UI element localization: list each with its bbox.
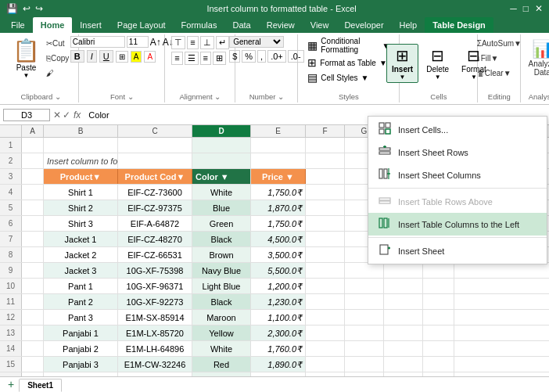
cell-b15[interactable]: Panjabi 3 <box>44 357 118 372</box>
cell-d15[interactable]: Red <box>192 357 251 372</box>
paste-button[interactable]: 📋 Paste ▼ <box>9 36 43 81</box>
cell-g15[interactable] <box>345 357 384 372</box>
cell-b1[interactable] <box>44 138 118 153</box>
cell-f15[interactable] <box>306 357 345 372</box>
cell-e1[interactable] <box>251 138 306 153</box>
cell-d12[interactable]: Maroon <box>192 310 251 325</box>
border-button[interactable]: ⊞ <box>116 51 128 63</box>
tab-table-design[interactable]: Table Design <box>425 17 493 33</box>
cell-d14[interactable]: White <box>192 341 251 356</box>
cell-a12[interactable] <box>22 310 44 325</box>
cell-b8[interactable]: Jacket 2 <box>44 247 118 262</box>
cell-c2[interactable] <box>118 153 192 168</box>
cell-i15[interactable] <box>423 357 454 372</box>
fill-color-button[interactable]: A <box>131 51 142 63</box>
cell-g13[interactable] <box>345 325 384 340</box>
cell-i12[interactable] <box>423 310 454 325</box>
cancel-formula-icon[interactable]: ✕ <box>53 110 61 120</box>
alignment-expand-icon[interactable]: ⌄ <box>214 92 221 101</box>
save-icon[interactable]: 💾 <box>6 3 18 14</box>
cell-a13[interactable] <box>22 325 44 340</box>
cell-d6[interactable]: Green <box>192 216 251 231</box>
cell-e5[interactable]: 1,870.0₹ <box>251 200 306 215</box>
align-right-button[interactable]: ≡ <box>200 52 211 65</box>
redo-icon[interactable]: ↪ <box>35 3 43 14</box>
cell-i10[interactable] <box>423 279 454 293</box>
cell-i13[interactable] <box>423 325 454 340</box>
cell-i9[interactable] <box>423 263 454 278</box>
cell-e7[interactable]: 4,500.0₹ <box>251 232 306 246</box>
col-header-f[interactable]: F <box>306 125 345 137</box>
cell-d3[interactable]: Color ▼ <box>192 169 251 184</box>
insert-dropdown-arrow[interactable]: ▼ <box>400 74 406 81</box>
col-header-b[interactable]: B <box>44 125 118 137</box>
cell-a4[interactable] <box>22 185 44 200</box>
cell-b7[interactable]: Jacket 1 <box>44 232 118 246</box>
cell-d11[interactable]: Black <box>192 294 251 309</box>
menu-item-insert-cells[interactable]: Insert Cells... <box>368 118 547 141</box>
font-expand-icon[interactable]: ⌄ <box>127 92 134 101</box>
cell-b13[interactable]: Panjabi 1 <box>44 325 118 340</box>
tab-view[interactable]: View <box>303 17 337 33</box>
tab-file[interactable]: File <box>3 17 33 33</box>
cell-e4[interactable]: 1,750.0₹ <box>251 185 306 200</box>
cell-g14[interactable] <box>345 341 384 356</box>
cell-c4[interactable]: EIF-CZ-73600 <box>118 185 192 200</box>
cell-c11[interactable]: 10G-XF-92273 <box>118 294 192 309</box>
cell-d5[interactable]: Blue <box>192 200 251 215</box>
cell-g10[interactable] <box>345 279 384 293</box>
tab-insert[interactable]: Insert <box>72 17 109 33</box>
cell-c9[interactable]: 10G-XF-75398 <box>118 263 192 278</box>
cell-c10[interactable]: 10G-XF-96371 <box>118 279 192 293</box>
add-sheet-button[interactable]: + <box>3 376 19 392</box>
cell-f14[interactable] <box>306 341 345 356</box>
align-left-button[interactable]: ≡ <box>171 52 182 65</box>
cell-d10[interactable]: Light Blue <box>192 279 251 293</box>
cell-e2[interactable] <box>251 153 306 168</box>
cell-g12[interactable] <box>345 310 384 325</box>
insert-cells-button[interactable]: ⊞ Insert ▼ <box>386 44 418 83</box>
cell-styles-dropdown-icon[interactable]: ▼ <box>361 74 369 82</box>
name-box[interactable] <box>3 109 50 121</box>
cell-h15[interactable] <box>384 357 423 372</box>
cell-a6[interactable] <box>22 216 44 231</box>
tab-home[interactable]: Home <box>33 17 73 33</box>
cell-e3[interactable]: Price ▼ <box>251 169 306 184</box>
cell-f2[interactable] <box>306 153 345 168</box>
cell-b11[interactable]: Pant 2 <box>44 294 118 309</box>
cell-h14[interactable] <box>384 341 423 356</box>
cell-f1[interactable] <box>306 138 345 153</box>
tab-help[interactable]: Help <box>392 17 425 33</box>
cell-e13[interactable]: 2,300.0₹ <box>251 325 306 340</box>
copy-button[interactable]: ⎘ Copy <box>43 52 72 66</box>
paste-dropdown-icon[interactable]: ▼ <box>23 72 30 79</box>
menu-item-insert-table-cols[interactable]: Insert Table Columns to the Left <box>368 213 547 236</box>
font-size-input[interactable] <box>127 36 149 48</box>
cell-styles-button[interactable]: ▤ Cell Styles ▼ <box>304 70 393 85</box>
cell-c6[interactable]: EIF-A-64872 <box>118 216 192 231</box>
cell-h13[interactable] <box>384 325 423 340</box>
cell-h11[interactable] <box>384 294 423 309</box>
cell-b4[interactable]: Shirt 1 <box>44 185 118 200</box>
clipboard-expand-icon[interactable]: ⌄ <box>55 92 61 101</box>
number-format-select[interactable]: General <box>229 36 284 48</box>
cell-a8[interactable] <box>22 247 44 262</box>
delete-dropdown-arrow[interactable]: ▼ <box>435 74 441 81</box>
cell-b6[interactable]: Shirt 3 <box>44 216 118 231</box>
tab-data[interactable]: Data <box>224 17 258 33</box>
cell-a2[interactable] <box>22 153 44 168</box>
align-center-button[interactable]: ☰ <box>185 52 199 65</box>
cell-e10[interactable]: 1,200.0₹ <box>251 279 306 293</box>
cell-h10[interactable] <box>384 279 423 293</box>
tab-developer[interactable]: Developer <box>336 17 391 33</box>
cell-d1[interactable] <box>192 138 251 153</box>
sheet-tab-sheet1[interactable]: Sheet1 <box>19 379 62 392</box>
align-top-button[interactable]: ⊤ <box>171 36 185 49</box>
cell-f9[interactable] <box>306 263 345 278</box>
menu-item-insert-sheet[interactable]: Insert Sheet <box>368 239 547 262</box>
cell-d7[interactable]: Black <box>192 232 251 246</box>
cell-c13[interactable]: E1M-LX-85720 <box>118 325 192 340</box>
font-grow-icon[interactable]: A↑ <box>150 37 161 48</box>
confirm-formula-icon[interactable]: ✓ <box>63 110 70 120</box>
comma-button[interactable]: , <box>257 50 266 63</box>
